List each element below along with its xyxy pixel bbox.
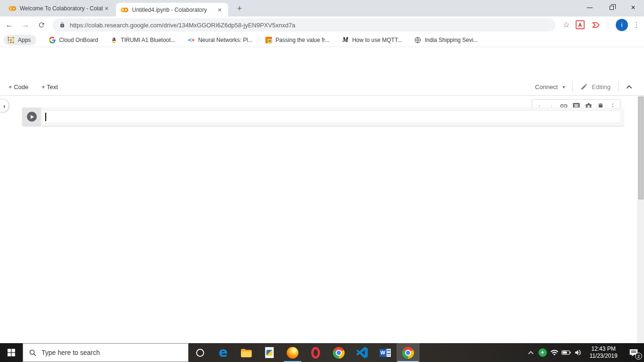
bookmark-label: TIRUMI A1 Bluetoot... bbox=[121, 37, 175, 43]
divider bbox=[572, 82, 573, 92]
window-restore-button[interactable] bbox=[601, 0, 622, 15]
chrome-icon bbox=[333, 347, 345, 359]
url-text: https://colab.research.google.com/drive/… bbox=[70, 22, 295, 29]
taskbar-search[interactable] bbox=[23, 343, 189, 362]
opera-icon bbox=[311, 347, 320, 359]
tab-close-icon[interactable]: ✕ bbox=[216, 6, 223, 14]
bookmark-mqtt[interactable]: M How to use MQTT... bbox=[342, 36, 402, 43]
add-text-button[interactable]: + Text bbox=[41, 78, 58, 96]
windows-logo-icon bbox=[8, 349, 15, 356]
omnibox[interactable]: https://colab.research.google.com/drive/… bbox=[53, 18, 555, 32]
taskbar-chrome[interactable] bbox=[327, 343, 350, 362]
code-brackets-icon: <> bbox=[188, 36, 195, 43]
taskbar-python-file[interactable] bbox=[258, 343, 281, 362]
wifi-icon bbox=[550, 349, 559, 356]
taskbar-clock[interactable]: 12:43 PM 11/23/2019 bbox=[586, 346, 621, 360]
apps-grid-icon bbox=[8, 37, 14, 43]
chevron-up-icon bbox=[626, 85, 632, 89]
taskbar-vscode[interactable] bbox=[350, 343, 373, 362]
python-file-icon bbox=[265, 347, 274, 358]
code-editor[interactable] bbox=[43, 110, 620, 123]
colab-header: Untitled4.ipynb ☆ File Edit View Insert … bbox=[0, 48, 644, 78]
sidebar-expander-button[interactable]: › bbox=[0, 99, 9, 112]
window-controls: — ✕ bbox=[579, 0, 644, 15]
code-cell[interactable] bbox=[22, 107, 624, 126]
tray-volume[interactable] bbox=[572, 343, 584, 362]
medium-icon: M bbox=[342, 36, 349, 43]
bookmark-cloud-onboard[interactable]: Cloud OnBoard bbox=[49, 36, 98, 43]
scrollbar-thumb[interactable] bbox=[638, 97, 644, 199]
lock-icon bbox=[59, 22, 65, 28]
address-bar-actions: ☆ A i ⋮ bbox=[560, 16, 641, 33]
toolbar-right: Connect ▾ Editing bbox=[535, 78, 637, 96]
windows-taskbar: e W + bbox=[0, 343, 644, 362]
editing-mode-button[interactable]: Editing bbox=[580, 83, 611, 90]
speaker-icon bbox=[574, 349, 582, 356]
restore-icon bbox=[610, 6, 614, 10]
add-code-button[interactable]: + Code bbox=[8, 78, 28, 96]
tab-close-icon[interactable]: ✕ bbox=[103, 5, 110, 12]
search-icon bbox=[29, 349, 36, 356]
window-minimize-button[interactable]: — bbox=[579, 0, 601, 15]
forward-button[interactable]: → bbox=[19, 18, 32, 32]
bookmark-star-icon[interactable]: ☆ bbox=[560, 20, 572, 30]
collapse-header-button[interactable] bbox=[626, 85, 637, 89]
refresh-button[interactable] bbox=[35, 18, 48, 32]
start-button[interactable] bbox=[0, 343, 23, 362]
browser-tab-welcome[interactable]: Welcome To Colaboratory - Colab ✕ bbox=[5, 2, 114, 15]
bookmark-tirumi[interactable]: a TIRUMI A1 Bluetoot... bbox=[110, 36, 175, 43]
edge-icon: e bbox=[219, 346, 228, 359]
word-icon: W bbox=[380, 349, 391, 357]
firefox-icon bbox=[287, 347, 298, 359]
bookmark-neural-networks[interactable]: <> Neural Networks: Pl... bbox=[188, 36, 253, 43]
cortana-button[interactable] bbox=[189, 343, 212, 362]
bookmark-india-shipping[interactable]: India Shipping Sevi... bbox=[414, 36, 478, 43]
apps-label: Apps bbox=[18, 37, 31, 43]
tab-title: Welcome To Colaboratory - Colab bbox=[20, 5, 103, 12]
browser-menu-icon[interactable]: ⋮ bbox=[632, 21, 641, 29]
bookmark-label: India Shipping Sevi... bbox=[425, 37, 478, 43]
tray-expand-button[interactable] bbox=[525, 343, 537, 362]
search-input[interactable] bbox=[41, 349, 164, 356]
pdf-extension-icon[interactable]: A bbox=[576, 20, 585, 29]
amazon-icon: a bbox=[110, 36, 117, 43]
tray-wifi[interactable] bbox=[548, 343, 560, 362]
chevron-up-icon bbox=[528, 351, 534, 354]
antivirus-icon: + bbox=[538, 348, 547, 357]
chevron-down-icon: ▾ bbox=[562, 84, 565, 90]
bookmark-passing-value[interactable]: Passing the value fr... bbox=[265, 36, 330, 43]
new-tab-button[interactable]: + bbox=[233, 3, 246, 14]
window-close-button[interactable]: ✕ bbox=[622, 0, 644, 15]
taskbar-firefox[interactable] bbox=[281, 343, 304, 362]
bookmark-label: Passing the value fr... bbox=[275, 37, 330, 43]
taskbar-chrome-active[interactable] bbox=[396, 343, 420, 362]
browser-profile-avatar[interactable]: i bbox=[616, 19, 628, 31]
browser-tab-untitled4[interactable]: Untitled4.ipynb - Colaboratory ✕ bbox=[116, 3, 228, 16]
browser-address-bar: ← → https://colab.research.google.com/dr… bbox=[0, 16, 644, 33]
back-button[interactable]: ← bbox=[3, 18, 16, 32]
taskbar-opera[interactable] bbox=[304, 343, 327, 362]
tab-title: Untitled4.ipynb - Colaboratory bbox=[132, 7, 216, 13]
connect-button[interactable]: Connect ▾ bbox=[535, 83, 565, 90]
apps-shortcut[interactable]: Apps bbox=[4, 35, 36, 45]
run-cell-button[interactable] bbox=[27, 112, 37, 122]
tray-battery[interactable] bbox=[560, 343, 572, 362]
connect-label: Connect bbox=[535, 83, 558, 90]
clock-time: 12:43 PM bbox=[586, 346, 621, 353]
taskbar-edge[interactable]: e bbox=[212, 343, 235, 362]
taskbar-file-explorer[interactable] bbox=[235, 343, 258, 362]
tray-antivirus[interactable]: + bbox=[537, 343, 548, 362]
scrollbar-track[interactable] bbox=[637, 96, 644, 343]
bookmark-label: Neural Networks: Pl... bbox=[198, 37, 253, 43]
cortana-icon bbox=[196, 349, 204, 357]
battery-icon bbox=[561, 350, 571, 355]
bookmark-label: How to use MQTT... bbox=[352, 37, 402, 43]
cell-gutter bbox=[22, 107, 41, 126]
text-cursor bbox=[45, 113, 46, 121]
action-center-button[interactable]: 2 bbox=[623, 343, 644, 362]
colab-toolbar: + Code + Text Connect ▾ Editing bbox=[0, 78, 644, 96]
browser-tab-bar: Welcome To Colaboratory - Colab ✕ Untitl… bbox=[0, 0, 644, 16]
download-extension-icon[interactable] bbox=[591, 20, 601, 30]
screen: Welcome To Colaboratory - Colab ✕ Untitl… bbox=[0, 0, 644, 362]
taskbar-word[interactable]: W bbox=[373, 343, 396, 362]
